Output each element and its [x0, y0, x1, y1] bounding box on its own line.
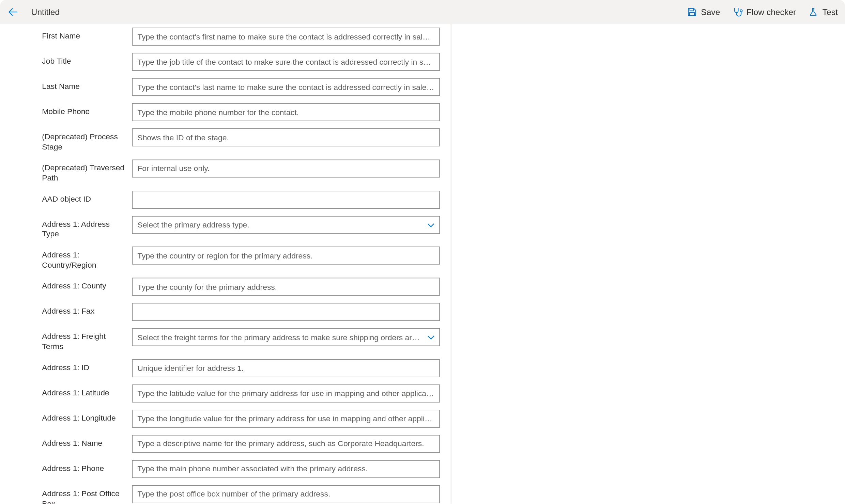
form-row: Last Name	[42, 78, 440, 96]
back-button[interactable]	[6, 5, 20, 19]
text-input[interactable]	[132, 159, 440, 177]
form-row: AAD object ID	[42, 190, 440, 208]
field-control	[132, 159, 440, 177]
form-row: Address 1: Address Type	[42, 216, 440, 239]
right-blank-area	[451, 24, 845, 504]
field-label: Address 1: Name	[42, 435, 132, 448]
field-control	[132, 435, 440, 453]
text-input[interactable]	[132, 28, 440, 46]
field-control	[132, 28, 440, 46]
topbar-left: Untitled	[6, 5, 60, 19]
form-row: Address 1: County	[42, 278, 440, 296]
form-row: Job Title	[42, 53, 440, 71]
field-label: Address 1: County	[42, 278, 132, 292]
stethoscope-icon	[732, 6, 743, 17]
field-control	[132, 128, 440, 146]
form-row: First Name	[42, 28, 440, 46]
back-arrow-icon	[7, 6, 19, 18]
field-label: Job Title	[42, 53, 132, 66]
body-area: First NameJob TitleLast NameMobile Phone…	[0, 24, 845, 504]
text-input[interactable]	[132, 78, 440, 96]
field-label: Address 1: Latitude	[42, 384, 132, 398]
test-label: Test	[823, 7, 838, 17]
field-label: Address 1: Freight Terms	[42, 328, 132, 352]
field-label: AAD object ID	[42, 190, 132, 204]
topbar-right: Save Flow checker Test	[687, 6, 838, 17]
select-input[interactable]	[132, 216, 440, 234]
form-row: Address 1: Longitude	[42, 410, 440, 428]
text-input[interactable]	[132, 190, 440, 208]
field-label: (Deprecated) Traversed Path	[42, 159, 132, 183]
form-column: First NameJob TitleLast NameMobile Phone…	[0, 24, 451, 504]
select-input[interactable]	[132, 328, 440, 346]
text-input[interactable]	[132, 485, 440, 503]
field-control	[132, 247, 440, 265]
flow-checker-label: Flow checker	[747, 7, 796, 17]
field-label: First Name	[42, 28, 132, 41]
field-control	[132, 485, 440, 503]
svg-point-3	[740, 10, 742, 12]
text-input[interactable]	[132, 103, 440, 121]
field-label: (Deprecated) Process Stage	[42, 128, 132, 152]
text-input[interactable]	[132, 128, 440, 146]
text-input[interactable]	[132, 303, 440, 321]
text-input[interactable]	[132, 460, 440, 478]
form-row: Address 1: Freight Terms	[42, 328, 440, 352]
text-input[interactable]	[132, 247, 440, 265]
field-label: Last Name	[42, 78, 132, 92]
form-row: (Deprecated) Traversed Path	[42, 159, 440, 183]
text-input[interactable]	[132, 410, 440, 428]
form-row: Address 1: ID	[42, 359, 440, 377]
field-control	[132, 328, 440, 346]
save-icon	[687, 6, 697, 17]
field-control	[132, 103, 440, 121]
flow-checker-button[interactable]: Flow checker	[732, 6, 796, 17]
field-label: Address 1: Fax	[42, 303, 132, 317]
svg-rect-1	[690, 9, 694, 11]
field-label: Address 1: Country/Region	[42, 247, 132, 271]
test-button[interactable]: Test	[808, 6, 838, 17]
form-rows-container: First NameJob TitleLast NameMobile Phone…	[0, 28, 451, 504]
field-control	[132, 384, 440, 403]
field-control	[132, 53, 440, 71]
field-control	[132, 460, 440, 478]
text-input[interactable]	[132, 359, 440, 377]
text-input[interactable]	[132, 53, 440, 71]
field-control	[132, 190, 440, 208]
field-control	[132, 78, 440, 96]
field-control	[132, 216, 440, 234]
save-label: Save	[701, 7, 720, 17]
field-control	[132, 359, 440, 377]
form-row: Address 1: Name	[42, 435, 440, 453]
svg-rect-2	[690, 13, 694, 16]
field-label: Address 1: Address Type	[42, 216, 132, 239]
field-control	[132, 410, 440, 428]
text-input[interactable]	[132, 278, 440, 296]
form-row: (Deprecated) Process Stage	[42, 128, 440, 152]
field-label: Mobile Phone	[42, 103, 132, 117]
page-title: Untitled	[31, 7, 60, 17]
form-row: Address 1: Latitude	[42, 384, 440, 403]
field-control	[132, 278, 440, 296]
field-control	[132, 303, 440, 321]
field-label: Address 1: Post Office Box	[42, 485, 132, 504]
flask-icon	[808, 6, 819, 17]
form-row: Mobile Phone	[42, 103, 440, 121]
top-bar: Untitled Save Flow checker	[0, 0, 845, 24]
form-row: Address 1: Post Office Box	[42, 485, 440, 504]
text-input[interactable]	[132, 384, 440, 403]
field-label: Address 1: Longitude	[42, 410, 132, 423]
save-button[interactable]: Save	[687, 6, 720, 17]
text-input[interactable]	[132, 435, 440, 453]
form-row: Address 1: Phone	[42, 460, 440, 478]
form-row: Address 1: Fax	[42, 303, 440, 321]
field-label: Address 1: Phone	[42, 460, 132, 474]
field-label: Address 1: ID	[42, 359, 132, 373]
form-row: Address 1: Country/Region	[42, 247, 440, 271]
